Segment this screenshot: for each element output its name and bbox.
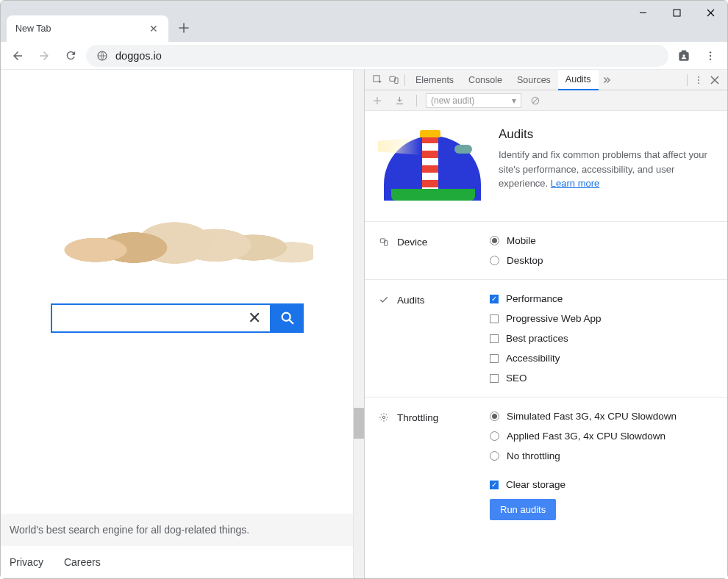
- content-area: ✕ World's best search engine for all dog…: [1, 70, 727, 578]
- browser-toolbar: doggos.io: [1, 42, 727, 70]
- svg-point-5: [710, 51, 711, 53]
- devtools-tabbar: Elements Console Sources Audits: [365, 70, 727, 90]
- device-option-mobile[interactable]: Mobile: [490, 235, 543, 246]
- tab-sources[interactable]: Sources: [510, 70, 558, 90]
- account-icon[interactable]: [673, 45, 695, 67]
- svg-rect-10: [389, 76, 395, 81]
- svg-rect-17: [385, 240, 388, 245]
- audit-option-performance[interactable]: ✓ Performance: [490, 293, 602, 304]
- audit-option-best-practices[interactable]: Best practices: [490, 333, 602, 344]
- lighthouse-illustration: [378, 127, 481, 201]
- device-icon: [378, 237, 390, 247]
- cancel-icon[interactable]: [527, 90, 543, 111]
- toggle-device-icon[interactable]: [385, 70, 402, 90]
- throttling-option-applied[interactable]: Applied Fast 3G, 4x CPU Slowdown: [490, 431, 677, 442]
- reload-button[interactable]: [60, 45, 82, 67]
- footer-link-privacy[interactable]: Privacy: [10, 556, 43, 568]
- audit-option-pwa[interactable]: Progressive Web App: [490, 313, 602, 324]
- overflow-menu-button[interactable]: [699, 45, 721, 67]
- svg-rect-3: [682, 50, 687, 53]
- page-search-bar: ✕: [51, 303, 304, 333]
- device-option-desktop[interactable]: Desktop: [490, 255, 543, 266]
- tagline: World's best search engine for all dog-r…: [1, 514, 353, 546]
- audit-dropdown-label: (new audit): [431, 96, 474, 106]
- tab-close-icon[interactable]: ✕: [148, 21, 160, 36]
- devtools-menu-icon[interactable]: [690, 70, 707, 90]
- webpage-viewport: ✕ World's best search engine for all dog…: [1, 70, 364, 578]
- browser-tab[interactable]: New Tab ✕: [7, 15, 168, 42]
- svg-rect-0: [674, 10, 680, 16]
- audits-subbar: (new audit) ▾: [365, 90, 727, 111]
- svg-point-13: [698, 79, 699, 81]
- run-audits-button[interactable]: Run audits: [490, 499, 556, 520]
- svg-point-18: [382, 416, 385, 419]
- search-input[interactable]: [58, 312, 245, 326]
- page-scrollbar[interactable]: [353, 70, 364, 578]
- throttling-option-none[interactable]: No throttling: [490, 450, 677, 461]
- throttling-label: Throttling: [397, 412, 438, 423]
- close-button[interactable]: [693, 1, 727, 24]
- throttling-option-simulated[interactable]: Simulated Fast 3G, 4x CPU Slowdown: [490, 411, 677, 422]
- tab-strip: New Tab ✕: [1, 1, 727, 42]
- audits-body: Audits Identify and fix common problems …: [365, 111, 727, 578]
- url-text: doggos.io: [115, 50, 162, 62]
- chrome-window: New Tab ✕: [0, 0, 728, 579]
- inspect-element-icon[interactable]: [369, 70, 385, 90]
- back-button[interactable]: [7, 45, 29, 67]
- audits-description: Identify and fix common problems that af…: [499, 148, 714, 191]
- learn-more-link[interactable]: Learn more: [551, 178, 599, 189]
- checkbox-icon: [490, 314, 499, 323]
- devtools-panel: Elements Console Sources Audits: [364, 70, 727, 578]
- radio-icon: [490, 256, 499, 265]
- clear-storage-option[interactable]: ✓ Clear storage: [490, 479, 565, 490]
- download-icon[interactable]: [391, 90, 407, 111]
- audit-option-accessibility[interactable]: Accessibility: [490, 353, 602, 364]
- forward-button[interactable]: [33, 45, 55, 67]
- globe-icon: [96, 50, 108, 62]
- svg-point-4: [682, 54, 685, 57]
- checkbox-icon: [490, 354, 499, 363]
- gear-icon: [378, 412, 390, 422]
- svg-rect-9: [373, 76, 379, 82]
- address-bar[interactable]: doggos.io: [86, 45, 668, 67]
- checkbox-icon: ✓: [490, 295, 499, 303]
- checkbox-icon: ✓: [490, 481, 499, 489]
- tab-console[interactable]: Console: [461, 70, 510, 90]
- devtools-close-icon[interactable]: [707, 70, 723, 90]
- more-tabs-icon[interactable]: [599, 70, 615, 90]
- device-label: Device: [397, 237, 427, 248]
- minimize-button[interactable]: [626, 1, 660, 24]
- svg-point-14: [698, 82, 699, 84]
- audits-title: Audits: [499, 127, 714, 142]
- checkbox-icon: [490, 334, 499, 343]
- clear-icon[interactable]: ✕: [245, 309, 264, 328]
- svg-point-6: [710, 54, 711, 56]
- scrollbar-thumb[interactable]: [354, 408, 364, 439]
- chevron-down-icon: ▾: [512, 96, 516, 106]
- audit-dropdown[interactable]: (new audit) ▾: [426, 93, 521, 108]
- tab-title: New Tab: [15, 24, 51, 34]
- tab-elements[interactable]: Elements: [408, 70, 461, 90]
- maximize-button[interactable]: [660, 1, 693, 24]
- footer-link-careers[interactable]: Careers: [64, 556, 101, 568]
- window-controls: [626, 1, 727, 24]
- radio-icon: [490, 236, 499, 245]
- radio-icon: [490, 451, 499, 461]
- search-button[interactable]: [271, 303, 304, 333]
- new-audit-icon[interactable]: [369, 90, 385, 111]
- audit-option-seo[interactable]: SEO: [490, 373, 602, 384]
- hero-image-puppies: [41, 165, 313, 283]
- svg-point-7: [710, 58, 711, 60]
- svg-point-12: [698, 76, 699, 77]
- checkbox-icon: [490, 374, 499, 383]
- radio-icon: [490, 411, 499, 421]
- radio-icon: [490, 431, 499, 441]
- new-tab-button[interactable]: [173, 17, 195, 39]
- check-icon: [378, 295, 390, 305]
- tab-audits[interactable]: Audits: [558, 70, 599, 90]
- audits-label: Audits: [397, 295, 425, 306]
